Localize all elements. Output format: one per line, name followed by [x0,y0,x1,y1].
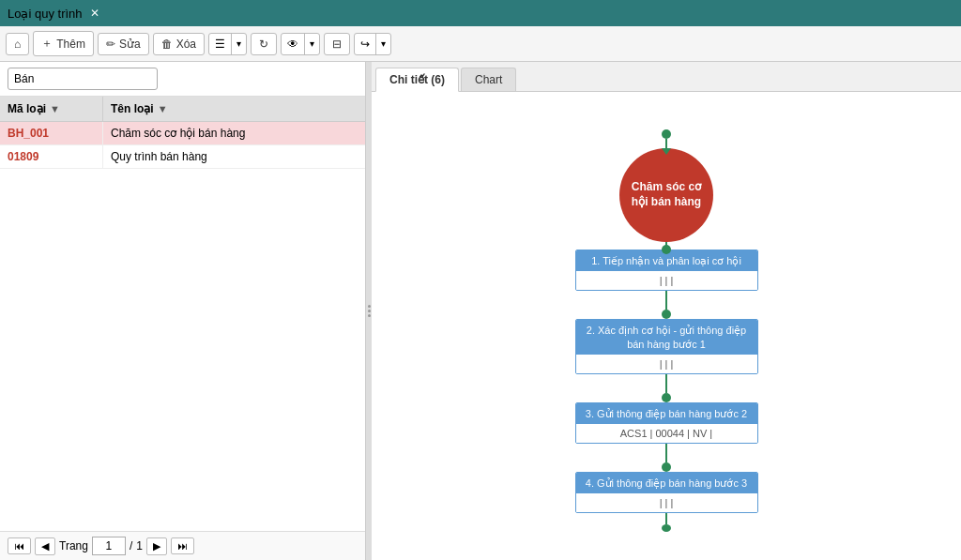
refresh-icon: ↻ [259,38,268,51]
flow-box-body-3: ACS1 | 00044 | NV | [576,424,757,443]
col-header-ma-loai: Mã loại ▼ [0,97,103,121]
flow-box-header-4: 4. Gửi thông điệp bán hàng bước 3 [576,473,757,493]
page-input[interactable] [92,537,126,555]
cell-ten-loai: Quy trình bán hàng [103,145,365,168]
flow-box-body-1: | | | [576,271,757,290]
splitter-dot [368,314,371,317]
right-panel: Chi tiết (6) Chart Chăm sóc cơ hội bán h… [372,62,961,560]
pencil-icon: ✏ [106,38,115,51]
chart-area: Chăm sóc cơ hội bán hàng 1. Tiếp nhận và… [372,92,961,560]
page-label: Trang [59,539,88,552]
splitter-dot [368,310,371,312]
flow-box-header-2: 2. Xác định cơ hội - gửi thông điệp bán … [576,320,757,355]
flow-box-3[interactable]: 3. Gửi thông điệp bán hàng bước 2 ACS1 |… [575,402,758,444]
search-bar [0,62,365,97]
flow-start-circle: Chăm sóc cơ hội bán hàng [619,148,713,242]
table-row[interactable]: 01809 Quy trình bán hàng [0,145,365,169]
tabs-bar: Chi tiết (6) Chart [372,62,961,92]
prev-page-button[interactable]: ◀ [35,537,55,555]
chevron-down-icon-3: ▾ [376,35,390,53]
search-input[interactable] [8,68,158,90]
print-button[interactable]: ⊟ [324,33,350,55]
main-container: Mã loại ▼ Tên loại ▼ BH_001 Chăm sóc cơ … [0,62,961,560]
filter-icon-ma-loai[interactable]: ▼ [50,103,60,114]
flow-box-2[interactable]: 2. Xác định cơ hội - gửi thông điệp bán … [575,319,758,374]
cell-ma-loai: 01809 [0,145,103,168]
trash-icon: 🗑 [161,38,173,51]
tab-chart[interactable]: Chart [461,68,516,91]
close-icon[interactable]: ✕ [90,7,99,20]
flow-box-4[interactable]: 4. Gửi thông điệp bán hàng bước 3 | | | [575,472,758,513]
cell-ten-loai: Chăm sóc cơ hội bán hàng [103,122,365,144]
flowchart: Chăm sóc cơ hội bán hàng 1. Tiếp nhận và… [372,92,961,560]
tab-chi-tiet[interactable]: Chi tiết (6) [375,68,459,92]
title-bar: Loại quy trình ✕ [0,0,961,26]
col-header-ten-loai: Tên loại ▼ [103,97,365,121]
add-button[interactable]: ＋ Thêm [33,31,94,56]
left-panel: Mã loại ▼ Tên loại ▼ BH_001 Chăm sóc cơ … [0,62,366,560]
page-separator: / [130,539,132,552]
print-icon: ⊟ [332,38,342,51]
flow-step-3: 3. Gửi thông điệp bán hàng bước 2 ACS1 |… [575,402,758,472]
flow-step-4: 4. Gửi thông điệp bán hàng bước 3 | | | [575,472,758,532]
flow-container: Chăm sóc cơ hội bán hàng 1. Tiếp nhận và… [390,111,942,532]
home-icon: ⌂ [14,38,21,51]
flow-arrow-0 [665,139,667,148]
list-icon: ☰ [209,34,232,54]
flow-start-dot [662,129,671,139]
table-header: Mã loại ▼ Tên loại ▼ [0,97,365,122]
share-icon: ↪ [355,34,376,54]
eye-icon: 👁 [282,34,305,54]
flow-box-body-2: | | | [576,355,757,373]
table-body: BH_001 Chăm sóc cơ hội bán hàng 01809 Qu… [0,122,365,531]
filter-icon-ten-loai[interactable]: ▼ [158,103,168,114]
home-button[interactable]: ⌂ [6,33,29,55]
first-page-button[interactable]: ⏮ [8,537,31,554]
list-dropdown[interactable]: ☰ ▾ [208,33,247,55]
plus-icon: ＋ [41,36,53,52]
flow-step-2: 2. Xác định cơ hội - gửi thông điệp bán … [575,319,758,402]
title-bar-label: Loại quy trình [8,7,83,21]
splitter-dot [368,305,371,308]
toolbar: ⌂ ＋ Thêm ✏ Sửa 🗑 Xóa ☰ ▾ ↻ 👁 ▾ ⊟ ↪ ▾ [0,26,961,62]
flow-box-1[interactable]: 1. Tiếp nhận và phân loại cơ hội | | | [575,250,758,291]
flow-step-1: 1. Tiếp nhận và phân loại cơ hội | | | [575,250,758,319]
chevron-down-icon: ▾ [232,35,246,53]
chevron-down-icon-2: ▾ [305,35,319,53]
next-page-button[interactable]: ▶ [146,537,167,555]
refresh-button[interactable]: ↻ [251,33,277,55]
pagination: ⏮ ◀ Trang / 1 ▶ ⏭ [0,531,365,560]
view-dropdown[interactable]: 👁 ▾ [281,33,320,55]
flow-box-body-4: | | | [576,493,757,512]
share-dropdown[interactable]: ↪ ▾ [354,33,391,55]
table-row[interactable]: BH_001 Chăm sóc cơ hội bán hàng [0,122,365,145]
edit-button[interactable]: ✏ Sửa [98,33,149,55]
delete-button[interactable]: 🗑 Xóa [153,33,205,55]
flow-box-header-3: 3. Gửi thông điệp bán hàng bước 2 [576,403,757,424]
last-page-button[interactable]: ⏭ [171,537,194,554]
cell-ma-loai: BH_001 [0,122,103,144]
total-pages: 1 [136,539,143,552]
